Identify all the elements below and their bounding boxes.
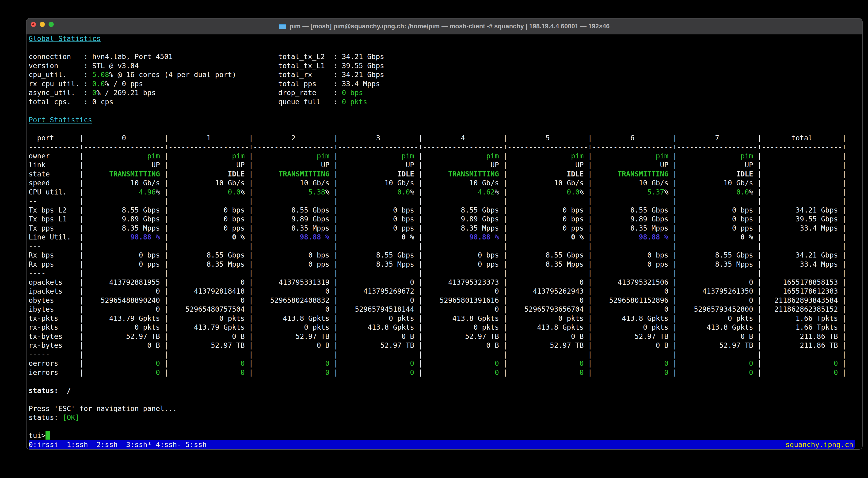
terminal-line — [29, 125, 857, 134]
table-row: Rx pps | 0 pps | 8.35 Mpps | 0 pps | 8.3… — [29, 260, 857, 269]
table-row: ipackets | 0 | 413792818418 | 0 | 413795… — [29, 287, 857, 296]
table-row: state | TRANSMITTING | IDLE | TRANSMITTI… — [29, 170, 857, 179]
table-row: Line Util. | 98.88 % | 0 % | 98.88 % | 0… — [29, 233, 857, 242]
cursor-block — [45, 431, 50, 440]
table-row: owner | pim | pim | pim | pim | pim | pi… — [29, 151, 857, 161]
terminal-window: pim — [mosh] pim@squanchy.ipng.ch: /home… — [27, 19, 862, 449]
table-row: opackets | 413792881955 | 0 | 4137953313… — [29, 278, 857, 287]
global-stats-row: rx_cpu_util. : 0.0% / 0 ppstotal_pps : 3… — [29, 79, 857, 89]
table-spacer-row: ----- | | | | | | | | | | — [29, 350, 857, 359]
window-title: pim — [mosh] pim@squanchy.ipng.ch: /home… — [27, 19, 862, 34]
terminal-line — [29, 422, 857, 431]
tmux-window-list: 0:irssi 1:ssh 2:ssh 3:ssh* 4:ssh- 5:ssh — [29, 440, 207, 449]
prompt-line[interactable]: tui> — [29, 431, 857, 440]
terminal-line — [29, 395, 857, 404]
table-spacer-row: --- | | | | | | | | | | — [29, 242, 857, 251]
table-row: ierrors | 0 | 0 | 0 | 0 | 0 | 0 | 0 | 0 … — [29, 368, 857, 377]
table-row: rx-bytes | 0 B | 52.97 TB | 0 B | 52.97 … — [29, 341, 857, 350]
press-esc-line: Press 'ESC' for navigation panel... — [29, 404, 857, 413]
global-stats-row: cpu_util. : 5.08% @ 16 cores (4 per dual… — [29, 70, 857, 79]
table-row: Rx bps | 0 bps | 8.55 Gbps | 0 bps | 8.5… — [29, 251, 857, 260]
tmux-status-bar: 0:irssi 1:ssh 2:ssh 3:ssh* 4:ssh- 5:ssh … — [29, 440, 855, 449]
table-row: ibytes | 0 | 52965480757504 | 0 | 529657… — [29, 305, 857, 314]
terminal-line — [29, 106, 857, 115]
table-row: Tx bps L1 | 9.89 Gbps | 0 bps | 9.89 Gbp… — [29, 215, 857, 224]
global-stats-row: total_cps. : 0 cpsqueue_full : 0 pkts — [29, 98, 857, 107]
table-row: CPU util. | 4.96% | 0.0% | 5.38% | 0.0% … — [29, 188, 857, 197]
titlebar: pim — [mosh] pim@squanchy.ipng.ch: /home… — [27, 19, 862, 34]
table-header-row: port | 0 | 1 | 2 | 3 | 4 | 5 | 6 | 7 | t… — [29, 134, 857, 143]
table-row: obytes | 52965488890240 | 0 | 5296580240… — [29, 296, 857, 305]
tmux-hostname: squanchy.ipng.ch — [785, 440, 855, 449]
table-row: link | UP | UP | UP | UP | UP | UP | UP … — [29, 161, 857, 170]
desktop-background: pim — [mosh] pim@squanchy.ipng.ch: /home… — [0, 0, 868, 478]
terminal-screen[interactable]: Global Statisticsconnection : hvn4.lab, … — [29, 34, 857, 440]
table-spacer-row: -- | | | | | | | | | | — [29, 197, 857, 206]
table-spacer-row: ---- | | | | | | | | | | — [29, 269, 857, 278]
folder-icon — [279, 24, 286, 30]
window-title-text: pim — [mosh] pim@squanchy.ipng.ch: /home… — [289, 23, 610, 30]
table-row: tx-pkts | 413.79 Gpkts | 0 pkts | 413.8 … — [29, 314, 857, 323]
port-statistics-heading: Port Statistics — [29, 115, 857, 125]
table-row: speed | 10 Gb/s | 10 Gb/s | 10 Gb/s | 10… — [29, 178, 857, 188]
table-separator-row: ------------+-------------------+-------… — [29, 142, 857, 151]
table-row: Tx bps L2 | 8.55 Gbps | 0 bps | 8.55 Gbp… — [29, 206, 857, 215]
status-ok-line: status: [OK] — [29, 413, 857, 422]
global-stats-row: connection : hvn4.lab, Port 4501total_tx… — [29, 52, 857, 61]
global-stats-row: version : STL @ v3.04total_tx_L1 : 39.55… — [29, 61, 857, 71]
table-row: Tx pps | 8.35 Mpps | 0 pps | 8.35 Mpps |… — [29, 224, 857, 233]
terminal-line — [29, 43, 857, 53]
global-stats-row: async_util. : 0% / 269.21 bpsdrop_rate :… — [29, 88, 857, 98]
table-row: rx-pkts | 0 pkts | 413.79 Gpkts | 0 pkts… — [29, 323, 857, 332]
table-row: tx-bytes | 52.97 TB | 0 B | 52.97 TB | 0… — [29, 332, 857, 341]
table-row: oerrors | 0 | 0 | 0 | 0 | 0 | 0 | 0 | 0 … — [29, 359, 857, 368]
terminal-line — [29, 377, 857, 386]
status-spinner-line: status: / — [29, 386, 857, 395]
global-statistics-heading: Global Statistics — [29, 34, 857, 43]
